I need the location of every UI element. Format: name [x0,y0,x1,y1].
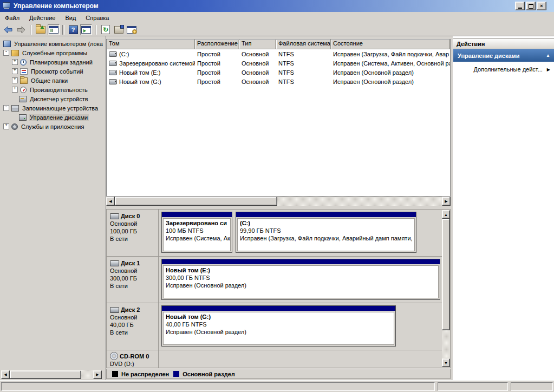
help-button[interactable]: ? [67,24,79,35]
restore-icon [529,4,533,9]
tree-item-storage[interactable]: - Запоминающие устройства [0,103,103,113]
show-console-tree-button[interactable] [48,24,60,35]
disk-management-pane: Том Расположение Тип Файловая система Со… [106,36,451,380]
forward-button[interactable] [15,24,27,35]
disk-settings-button[interactable] [126,24,138,35]
volume-icon [109,51,117,57]
more-actions-item[interactable]: Дополнительные дейст... ▶ [453,64,554,74]
primary-partition-band [162,306,395,311]
expand-box[interactable]: + [12,59,18,65]
tree-item-event-viewer[interactable]: + Просмотр событий [0,67,103,76]
menu-action[interactable]: Действие [24,14,60,22]
scroll-right-button[interactable]: ▶ [93,370,102,379]
partition-e[interactable]: Новый том (E:) 300,00 ГБ NTFS Исправен (… [161,259,440,300]
tree-item-shared-folders[interactable]: + Общие папки [0,76,103,85]
window-title: Управление компьютером [14,2,99,10]
collapse-box[interactable]: - [3,50,9,56]
volume-row-g[interactable]: Новый том (G:) Простой Основной NTFS Исп… [107,77,450,86]
volume-row-e[interactable]: Новый том (E:) Простой Основной NTFS Исп… [107,68,450,77]
scroll-thumb[interactable] [442,219,450,330]
collapse-chevron-icon[interactable]: ▲ [546,53,550,58]
disk-0-label[interactable]: Диск 0 Основной 100,00 ГБ В сети [107,210,159,256]
actions-header: Действия [453,38,554,49]
menu-bar: Файл Действие Вид Справка [0,12,554,24]
expand-box[interactable]: + [12,68,18,74]
disk-2-label[interactable]: Диск 2 Основной 40,00 ГБ В сети [107,303,159,350]
toolbar-separator [30,25,32,35]
scroll-thumb[interactable] [115,197,277,206]
disk-icon [110,260,119,266]
legend-unallocated: Не распределен [112,371,169,377]
scroll-left-button[interactable]: ◀ [1,370,10,379]
volume-row-c[interactable]: (C:) Простой Основной NTFS Исправен (Заг… [107,49,450,58]
toolbar-separator [95,25,97,35]
volume-icon [109,61,117,66]
show-action-pane-button[interactable] [80,24,92,35]
tree-item-computer-management[interactable]: Управление компьютером (лока [0,39,103,48]
storage-icon [11,105,19,112]
up-one-level-button[interactable] [35,24,47,35]
column-layout[interactable]: Расположение [195,40,239,49]
event-viewer-icon [20,68,28,75]
disk-1-row: Диск 1 Основной 300,00 ГБ В сети Новый т… [107,257,450,303]
column-volume[interactable]: Том [107,40,195,49]
primary-partition-color-swatch [173,371,179,377]
volume-list: Том Расположение Тип Файловая система Со… [106,39,451,197]
expand-box[interactable]: + [12,77,18,83]
tree-item-services-applications[interactable]: + Службы и приложения [0,122,103,131]
primary-partition-band [236,212,416,217]
cdrom-label[interactable]: CD-ROM 0 DVD (D:) [107,350,159,368]
menu-file[interactable]: Файл [0,14,24,22]
title-bar: Управление компьютером × [0,0,554,12]
refresh-button[interactable]: ↻ [100,24,112,35]
legend-primary-partition: Основной раздел [173,371,235,377]
partition-c[interactable]: (C:) 99,90 ГБ NTFS Исправен (Загрузка, Ф… [236,212,416,253]
partition-system-reserved[interactable]: Зарезервировано си 100 МБ NTFS Исправен … [161,212,232,253]
tree-item-task-scheduler[interactable]: + Планировщик заданий [0,57,103,67]
disk-2-row: Диск 2 Основной 40,00 ГБ В сети Новый то… [107,303,450,350]
disk-icon [110,213,119,219]
volume-icon [109,70,117,75]
column-type[interactable]: Тип [239,40,276,49]
column-status[interactable]: Состояние [331,40,450,49]
minimize-button[interactable] [515,2,525,10]
scroll-thumb[interactable] [10,370,81,379]
scroll-right-button[interactable]: ▶ [442,197,451,206]
tree-item-disk-management[interactable]: Управление дисками [0,113,103,122]
properties-button[interactable] [113,24,125,35]
minimize-icon [518,8,522,9]
expand-box[interactable]: + [12,87,18,93]
tree-item-system-tools[interactable]: - Служебные программы [0,48,103,57]
disk-view-vertical-scrollbar[interactable]: ▲ ▼ [442,210,450,367]
tree-horizontal-scrollbar[interactable]: ◀ ▶ [1,370,102,379]
restore-button[interactable] [526,2,536,10]
volume-list-horizontal-scrollbar[interactable]: ◀ ▶ [106,197,451,206]
close-button[interactable]: × [537,2,546,10]
collapse-box[interactable]: - [3,105,9,111]
back-button[interactable] [2,24,14,35]
system-tools-icon [11,50,19,56]
status-segment [511,382,553,391]
disk-management-actions-group[interactable]: Управление дисками ▲ [453,49,554,62]
primary-partition-band [162,259,440,264]
submenu-arrow-icon: ▶ [547,67,550,72]
properties-icon [114,26,123,34]
volume-row-system-reserved[interactable]: Зарезервировано системой Простой Основно… [107,58,450,68]
tree-item-performance[interactable]: + Производительность [0,85,103,94]
shared-folders-icon [20,77,28,84]
column-filesystem[interactable]: Файловая система [276,40,331,49]
scroll-down-button[interactable]: ▼ [442,358,450,367]
disk-1-label[interactable]: Диск 1 Основной 300,00 ГБ В сети [107,257,159,303]
expand-box[interactable]: + [3,123,9,129]
partition-g[interactable]: Новый том (G:) 40,00 ГБ NTFS Исправен (О… [161,305,396,347]
menu-help[interactable]: Справка [81,14,114,22]
disk-settings-icon [127,26,136,34]
status-segment [1,382,435,391]
unallocated-color-swatch [112,371,118,377]
task-scheduler-icon [20,59,27,66]
scroll-left-button[interactable]: ◀ [106,197,115,206]
app-icon [2,2,11,10]
tree-item-device-manager[interactable]: Диспетчер устройств [0,94,103,103]
scroll-up-button[interactable]: ▲ [442,210,450,219]
menu-view[interactable]: Вид [60,14,81,22]
